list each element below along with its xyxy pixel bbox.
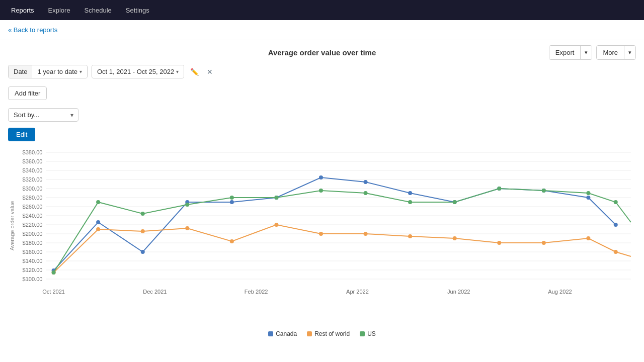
legend-us-dot bbox=[360, 331, 365, 336]
svg-point-60 bbox=[453, 236, 457, 240]
nav-settings[interactable]: Settings bbox=[119, 0, 156, 20]
legend-canada: Canada bbox=[268, 330, 297, 337]
sort-select[interactable]: Sort by... bbox=[8, 108, 78, 122]
svg-text:$280.00: $280.00 bbox=[22, 195, 42, 201]
breadcrumb: « Back to reports bbox=[0, 20, 644, 40]
svg-point-69 bbox=[230, 196, 234, 200]
add-filter-button[interactable]: Add filter bbox=[8, 86, 47, 100]
date-range-value[interactable]: Oct 1, 2021 - Oct 25, 2022 ▾ bbox=[92, 65, 184, 78]
legend-us: US bbox=[360, 330, 376, 337]
date-filter-label: Date bbox=[9, 65, 32, 78]
svg-point-64 bbox=[614, 250, 618, 254]
svg-point-65 bbox=[52, 270, 56, 275]
svg-point-75 bbox=[497, 187, 501, 191]
svg-point-74 bbox=[453, 200, 457, 204]
svg-point-45 bbox=[408, 191, 412, 195]
svg-point-76 bbox=[542, 189, 546, 193]
chart-container: $380.00 $360.00 $340.00 $320.00 $300.00 … bbox=[8, 145, 636, 326]
svg-text:Aug 2022: Aug 2022 bbox=[548, 289, 572, 295]
svg-point-68 bbox=[185, 203, 189, 207]
legend-rest-of-world: Rest of world bbox=[307, 330, 350, 337]
date-filter-pill[interactable]: Date 1 year to date ▾ bbox=[8, 65, 88, 78]
edit-button[interactable]: Edit bbox=[8, 128, 35, 141]
nav-explore[interactable]: Explore bbox=[41, 0, 77, 20]
svg-text:$360.00: $360.00 bbox=[22, 158, 42, 164]
date-filter-period[interactable]: 1 year to date ▾ bbox=[32, 65, 87, 78]
export-dropdown-arrow[interactable]: ▾ bbox=[580, 46, 592, 59]
svg-text:$340.00: $340.00 bbox=[22, 167, 42, 173]
svg-point-78 bbox=[614, 200, 618, 204]
svg-point-71 bbox=[319, 189, 323, 193]
export-button-group: Export ▾ bbox=[549, 45, 593, 60]
legend-rest-of-world-dot bbox=[307, 331, 312, 336]
chart-legend: Canada Rest of world US bbox=[8, 326, 636, 341]
date-chevron-icon: ▾ bbox=[79, 69, 82, 74]
svg-text:$240.00: $240.00 bbox=[22, 213, 42, 219]
more-button[interactable]: More bbox=[597, 46, 624, 59]
svg-point-72 bbox=[364, 191, 368, 195]
nav-reports[interactable]: Reports bbox=[4, 0, 41, 20]
svg-text:$220.00: $220.00 bbox=[22, 222, 42, 228]
report-title: Average order value over time bbox=[268, 48, 376, 57]
svg-point-54 bbox=[185, 226, 189, 230]
legend-canada-dot bbox=[268, 331, 273, 336]
nav-schedule[interactable]: Schedule bbox=[77, 0, 119, 20]
svg-point-70 bbox=[274, 196, 278, 200]
legend-us-label: US bbox=[367, 330, 376, 337]
svg-text:Dec 2021: Dec 2021 bbox=[143, 289, 167, 295]
svg-point-43 bbox=[319, 175, 323, 179]
svg-point-58 bbox=[364, 232, 368, 236]
filter-edit-icon[interactable]: ✏️ bbox=[188, 68, 201, 76]
svg-text:$200.00: $200.00 bbox=[22, 231, 42, 237]
svg-text:$160.00: $160.00 bbox=[22, 249, 42, 255]
svg-point-49 bbox=[586, 196, 590, 200]
svg-point-50 bbox=[614, 223, 618, 227]
svg-text:$140.00: $140.00 bbox=[22, 258, 42, 264]
filters-bar: Date 1 year to date ▾ Oct 1, 2021 - Oct … bbox=[0, 61, 644, 82]
svg-text:Feb 2022: Feb 2022 bbox=[245, 289, 268, 295]
chart-svg: $380.00 $360.00 $340.00 $320.00 $300.00 … bbox=[8, 145, 636, 326]
svg-text:$100.00: $100.00 bbox=[22, 276, 42, 282]
svg-point-67 bbox=[141, 212, 145, 216]
svg-point-44 bbox=[364, 180, 368, 184]
svg-text:$120.00: $120.00 bbox=[22, 267, 42, 273]
report-actions: Export ▾ More ▾ bbox=[549, 45, 636, 60]
svg-text:Average order value: Average order value bbox=[9, 201, 15, 251]
svg-point-55 bbox=[230, 239, 234, 243]
svg-point-57 bbox=[319, 232, 323, 236]
svg-point-73 bbox=[408, 200, 412, 204]
legend-canada-label: Canada bbox=[276, 330, 297, 337]
svg-text:Jun 2022: Jun 2022 bbox=[447, 289, 470, 295]
chart-area: $380.00 $360.00 $340.00 $320.00 $300.00 … bbox=[0, 145, 644, 349]
add-filter-bar: Add filter bbox=[0, 82, 644, 104]
date-range-filter-pill[interactable]: Oct 1, 2021 - Oct 25, 2022 ▾ bbox=[92, 65, 184, 78]
svg-text:$180.00: $180.00 bbox=[22, 240, 42, 246]
svg-point-41 bbox=[230, 200, 234, 204]
svg-point-59 bbox=[408, 234, 412, 238]
svg-point-77 bbox=[586, 191, 590, 195]
svg-point-53 bbox=[141, 229, 145, 233]
svg-text:$260.00: $260.00 bbox=[22, 204, 42, 210]
sort-bar: Sort by... bbox=[0, 104, 644, 124]
svg-point-56 bbox=[274, 223, 278, 227]
svg-text:Apr 2022: Apr 2022 bbox=[346, 289, 369, 295]
svg-text:Oct 2021: Oct 2021 bbox=[42, 289, 65, 295]
svg-point-39 bbox=[141, 250, 145, 254]
export-button[interactable]: Export bbox=[549, 46, 581, 59]
svg-point-66 bbox=[96, 200, 100, 204]
svg-point-52 bbox=[96, 227, 100, 231]
svg-point-61 bbox=[497, 241, 501, 245]
svg-text:$300.00: $300.00 bbox=[22, 186, 42, 192]
more-button-group: More ▾ bbox=[596, 45, 636, 60]
svg-text:$380.00: $380.00 bbox=[22, 149, 42, 155]
report-header: Average order value over time Export ▾ M… bbox=[0, 40, 644, 61]
back-to-reports-link[interactable]: « Back to reports bbox=[8, 26, 57, 34]
legend-rest-of-world-label: Rest of world bbox=[314, 330, 350, 337]
svg-point-62 bbox=[542, 241, 546, 245]
svg-text:$320.00: $320.00 bbox=[22, 176, 42, 183]
filter-remove-icon[interactable]: ✕ bbox=[205, 68, 215, 76]
more-dropdown-arrow[interactable]: ▾ bbox=[624, 46, 635, 59]
range-chevron-icon: ▾ bbox=[176, 69, 179, 74]
edit-bar: Edit bbox=[0, 124, 644, 145]
svg-point-63 bbox=[586, 236, 590, 240]
